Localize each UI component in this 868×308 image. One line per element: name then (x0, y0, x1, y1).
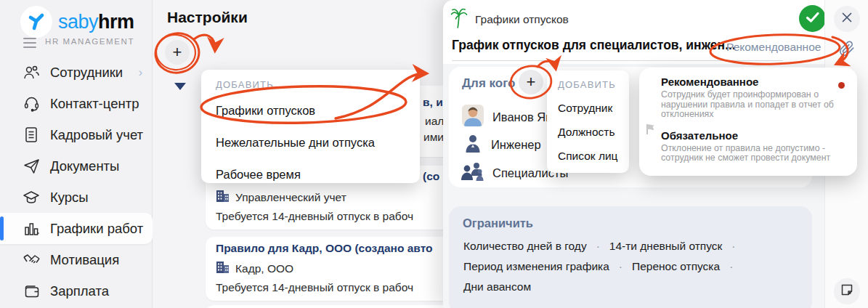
selected-indicator-dot (838, 82, 845, 89)
sidebar-item-label: Мотивация (50, 252, 119, 268)
dropdown-header: ДОБАВИТЬ (558, 79, 618, 90)
saby-logo-icon (20, 6, 52, 38)
sidebar-item-employees[interactable]: Сотрудники › (0, 57, 153, 88)
sidebar-item-salary[interactable]: Зарплата (0, 275, 153, 307)
document-icon (22, 126, 41, 143)
card-title: Правило для Кадр, ООО (создано авто (216, 242, 433, 255)
card-description: Требуется 14-дневный отпуск в рабоч (216, 210, 413, 223)
dropdown-item-undesirable-days[interactable]: Нежелательные дни отпуска (216, 136, 405, 150)
headset-icon (22, 95, 41, 112)
hamburger-menu-icon[interactable] (23, 38, 36, 48)
building-icon (216, 190, 230, 206)
card-line-fragment: иал (425, 115, 443, 128)
settings-add-button[interactable]: + (165, 40, 190, 65)
sidebar-item-label: Курсы (50, 190, 89, 206)
app-logo[interactable]: sabyhrm (20, 6, 134, 38)
card-title-fragment: в, и (423, 96, 443, 109)
restrict-option[interactable]: Период изменения графика (463, 260, 609, 273)
settings-page-title: Настройки (167, 9, 248, 26)
close-icon (841, 12, 853, 26)
card-description: Требуется 14-дневный отпуск в рабоч (216, 281, 413, 294)
paper-plane-icon (22, 158, 41, 174)
card-company: Управленческий учет (235, 191, 346, 204)
close-button[interactable] (834, 6, 860, 32)
person-icon (463, 134, 482, 156)
check-icon (806, 12, 820, 26)
rule-option-title: Обязательное (661, 129, 847, 142)
flag-icon (645, 123, 657, 138)
sidebar-item-documents[interactable]: Документы (0, 150, 153, 182)
sidebar-item-label: Кадровый учет (50, 127, 143, 143)
confirm-button[interactable] (799, 5, 826, 32)
dropdown-item-position[interactable]: Должность (558, 126, 618, 139)
sidebar-item-courses[interactable]: Курсы (0, 182, 153, 213)
app-window: sabyhrm HR MANAGEMENT Сотрудники › Конта… (0, 0, 868, 308)
sidebar-item-work-schedules[interactable]: Графики работ (0, 213, 153, 244)
dropdown-item-vacation-schedules[interactable]: Графики отпусков (216, 104, 405, 118)
graduation-cap-icon (22, 190, 41, 205)
rule-option-recommended[interactable]: Рекомендованное Сотрудник будет проинфор… (661, 76, 847, 120)
sidebar-item-label: Документы (50, 158, 119, 174)
for-whom-heading: Для кого (462, 76, 515, 91)
logo-text: sabyhrm (58, 11, 134, 33)
dropdown-item-employee[interactable]: Сотрудник (558, 102, 618, 115)
restrict-option[interactable]: Перенос отпуска (632, 260, 720, 273)
note-button[interactable] (834, 278, 860, 304)
restrict-option[interactable]: Количество дней в году (463, 240, 587, 253)
restrict-option[interactable]: Дни авансом (463, 280, 531, 293)
restrict-options: Количество дней в году· 14-ти дневный от… (463, 240, 776, 293)
bar-chart-icon (22, 221, 41, 237)
card-company: Кадр, ООО (235, 262, 293, 275)
settings-add-dropdown: ДОБАВИТЬ Графики отпусков Нежелательные … (201, 70, 420, 183)
for-whom-add-dropdown: ДОБАВИТЬ Сотрудник Должность Список лиц (547, 70, 629, 173)
note-icon (840, 283, 853, 299)
rule-type-popup: Рекомендованное Сотрудник будет проинфор… (639, 68, 857, 176)
dialog-title: Графики отпусков (475, 13, 569, 26)
rule-option-mandatory[interactable]: Обязательное Отклонение от правила не до… (661, 129, 847, 163)
sidebar-item-label: Контакт-центр (50, 96, 139, 112)
dropdown-header: ДОБАВИТЬ (216, 79, 405, 90)
dropdown-item-working-time[interactable]: Рабочее время (216, 168, 405, 182)
sidebar-item-contact-center[interactable]: Контакт-центр (0, 88, 153, 119)
sidebar: sabyhrm HR MANAGEMENT Сотрудники › Конта… (0, 0, 153, 308)
schedule-name-field[interactable]: График отпусков для специалистов, инжен.… (452, 38, 783, 61)
palm-tree-icon (450, 7, 468, 32)
schedule-name-value: График отпусков для специалистов, инжен.… (452, 38, 736, 52)
member-row[interactable]: Инженер (463, 134, 541, 156)
sidebar-item-label: Графики работ (50, 221, 143, 237)
card-line-fragment: ими (423, 131, 443, 144)
rule-option-description: Сотрудник будет проинформирован о наруше… (661, 90, 837, 120)
dialog-header: Графики отпусков (450, 7, 569, 32)
handshake-icon (22, 253, 41, 267)
for-whom-add-button[interactable]: + (519, 70, 543, 94)
sidebar-item-label: Зарплата (50, 283, 109, 299)
chevron-right-icon[interactable]: › (139, 66, 142, 79)
sidebar-item-motivation[interactable]: Мотивация (0, 244, 153, 275)
rule-card[interactable] (206, 305, 443, 308)
sidebar-nav: Сотрудники › Контакт-центр Кадровый учет (0, 57, 153, 307)
avatar-photo (462, 105, 484, 129)
card-title-fragment: (со (423, 170, 439, 183)
restrict-section: Ограничить Количество дней в году· 14-ти… (449, 206, 812, 308)
rule-option-description: Отклонение от правила не допустимо - сот… (661, 144, 843, 163)
hr-management-subtitle: HR MANAGEMENT (45, 37, 134, 46)
restrict-option[interactable]: 14-ти дневный отпуск (609, 240, 722, 253)
dropdown-caret-icon[interactable] (174, 83, 186, 90)
paperclip-icon (839, 46, 855, 59)
building-icon (216, 261, 230, 277)
dropdown-item-person-list[interactable]: Список лиц (558, 150, 618, 163)
restrict-heading: Ограничить (463, 216, 533, 230)
rule-type-badge[interactable]: Рекомендованное (726, 41, 821, 54)
sidebar-item-label: Сотрудники (50, 65, 123, 81)
member-name: Инженер (491, 138, 541, 152)
sidebar-item-hr-records[interactable]: Кадровый учет (0, 119, 153, 150)
settings-panel: Настройки + в, и иал ими (со Управленчес… (153, 0, 443, 308)
people-icon (22, 65, 41, 81)
group-icon (461, 161, 484, 185)
vacation-schedules-dialog: Графики отпусков График отпусков для спе… (443, 0, 868, 308)
wallet-icon (22, 284, 41, 299)
rule-card[interactable]: Правило для Кадр, ООО (создано авто Кадр… (206, 237, 443, 301)
link-button[interactable] (839, 41, 855, 60)
rule-option-title: Рекомендованное (661, 76, 847, 88)
